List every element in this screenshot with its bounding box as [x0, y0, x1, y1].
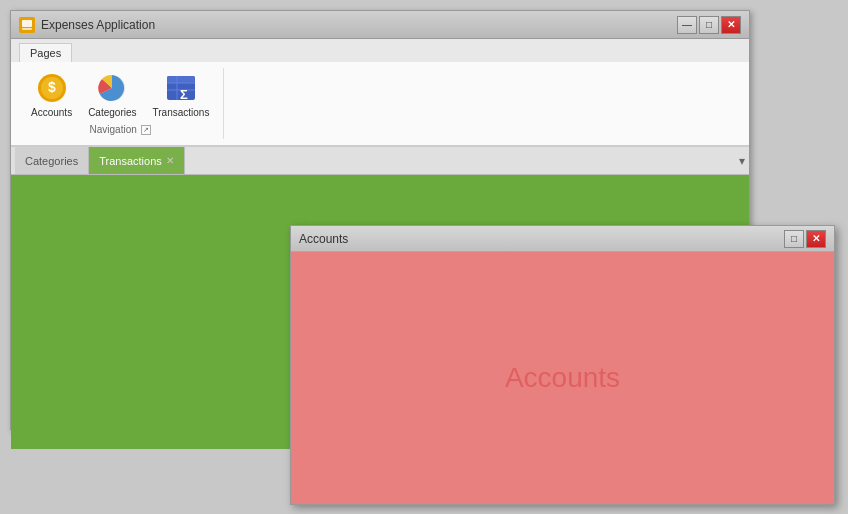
title-bar-buttons: — □ ✕ — [677, 16, 741, 34]
accounts-restore-button[interactable]: □ — [784, 230, 804, 248]
svg-text:Σ: Σ — [180, 87, 188, 102]
tab-categories[interactable]: Categories — [15, 147, 89, 174]
tab-transactions[interactable]: Transactions ✕ — [89, 147, 185, 174]
tab-close-transactions[interactable]: ✕ — [166, 155, 174, 166]
accounts-label: Accounts — [31, 107, 72, 118]
categories-label: Categories — [88, 107, 136, 118]
accounts-content-label: Accounts — [505, 362, 620, 394]
accounts-content: Accounts — [291, 252, 834, 504]
accounts-icon: $ — [36, 72, 68, 104]
restore-button[interactable]: □ — [699, 16, 719, 34]
accounts-tb-buttons: □ ✕ — [784, 230, 826, 248]
ribbon-tab-pages[interactable]: Pages — [19, 43, 72, 62]
ribbon-item-transactions[interactable]: Σ Transactions — [147, 68, 216, 122]
ribbon-buttons: $ Accounts — [25, 68, 215, 122]
ribbon-group-navigation: $ Accounts — [21, 68, 224, 139]
tab-dropdown[interactable]: ▾ — [739, 154, 745, 168]
ribbon-content: $ Accounts — [11, 62, 749, 146]
ribbon-tabs: Pages — [11, 39, 749, 62]
accounts-window: Accounts □ ✕ Accounts — [290, 225, 835, 505]
transactions-label: Transactions — [153, 107, 210, 118]
main-title: Expenses Application — [41, 18, 677, 32]
svg-text:$: $ — [48, 79, 56, 95]
svg-rect-8 — [167, 76, 195, 83]
group-expand-icon[interactable]: ↗ — [141, 125, 151, 135]
ribbon-item-accounts[interactable]: $ Accounts — [25, 68, 78, 122]
accounts-title-bar: Accounts □ ✕ — [291, 226, 834, 252]
ribbon-container: Pages $ Accounts — [11, 39, 749, 147]
close-button[interactable]: ✕ — [721, 16, 741, 34]
accounts-close-button[interactable]: ✕ — [806, 230, 826, 248]
svg-rect-1 — [22, 20, 32, 27]
minimize-button[interactable]: — — [677, 16, 697, 34]
transactions-icon: Σ — [165, 72, 197, 104]
tab-bar: Categories Transactions ✕ ▾ — [11, 147, 749, 175]
accounts-window-title: Accounts — [299, 232, 784, 246]
ribbon-item-categories[interactable]: Categories — [82, 68, 142, 122]
main-title-bar: Expenses Application — □ ✕ — [11, 11, 749, 39]
ribbon-group-label: Navigation ↗ — [90, 124, 151, 135]
app-icon — [19, 17, 35, 33]
svg-rect-2 — [22, 28, 32, 30]
categories-icon — [96, 72, 128, 104]
